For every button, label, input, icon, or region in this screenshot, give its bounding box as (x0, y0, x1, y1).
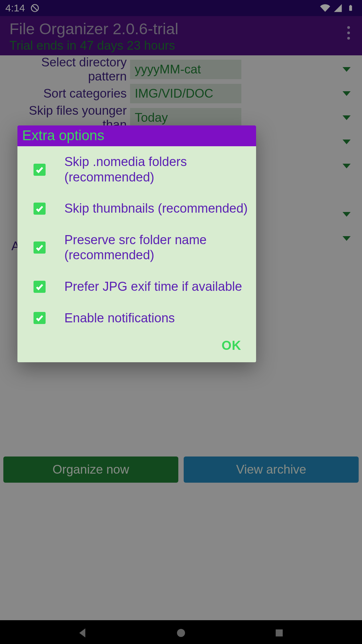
checkbox-checked-icon[interactable] (34, 312, 46, 324)
option-enable-notifications[interactable]: Enable notifications (17, 303, 256, 334)
dialog-footer: OK (17, 334, 256, 362)
option-skip-nomedia[interactable]: Skip .nomedia folders (recommended) (17, 146, 256, 193)
option-label: Prefer JPG exif time if available (64, 279, 249, 294)
device-frame: 4:14 File Organizer 2.0.6-trial Trial en… (0, 0, 362, 644)
option-skip-thumbnails[interactable]: Skip thumbnails (recommended) (17, 193, 256, 224)
option-label: Skip thumbnails (recommended) (64, 201, 249, 216)
option-label: Enable notifications (64, 311, 249, 326)
ok-button[interactable]: OK (222, 338, 241, 353)
checkbox-checked-icon[interactable] (34, 164, 46, 176)
checkbox-checked-icon[interactable] (34, 203, 46, 215)
option-label: Preserve src folder name (recommended) (64, 232, 249, 263)
dialog-title: Extra options (17, 125, 256, 146)
checkbox-checked-icon[interactable] (34, 241, 46, 254)
extra-options-dialog: Extra options Skip .nomedia folders (rec… (17, 125, 256, 362)
option-label: Skip .nomedia folders (recommended) (64, 154, 249, 185)
checkbox-checked-icon[interactable] (34, 281, 46, 293)
option-preserve-src[interactable]: Preserve src folder name (recommended) (17, 224, 256, 271)
option-prefer-exif[interactable]: Prefer JPG exif time if available (17, 271, 256, 303)
